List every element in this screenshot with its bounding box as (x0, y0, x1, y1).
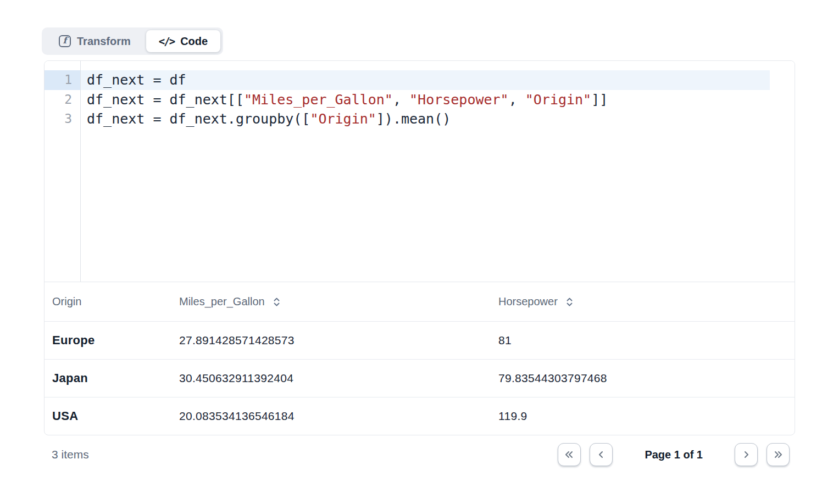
code-token-string: "Origin" (525, 92, 591, 108)
cell-miles-per-gallon: 27.891428571428573 (179, 322, 498, 360)
table-body: Europe27.89142857142857381Japan30.450632… (45, 322, 795, 435)
code-token: ]] (591, 92, 608, 108)
cell-horsepower: 81 (498, 322, 795, 360)
code-lines[interactable]: df_next = dfdf_next = df_next[["Miles_pe… (81, 61, 795, 282)
column-header-miles_per_gallon[interactable]: Miles_per_Gallon (179, 282, 498, 322)
chevron-left-icon (596, 449, 607, 460)
table-header-row: OriginMiles_per_GallonHorsepower (45, 282, 795, 322)
sort-icon[interactable] (565, 296, 574, 307)
view-switcher: f Transform </> Code (42, 27, 223, 55)
table-row: Japan30.45063291139240479.83544303797468 (45, 360, 795, 397)
column-header-label: Horsepower (498, 295, 558, 308)
function-icon: f (59, 35, 71, 47)
code-and-results-panel: 123 df_next = dfdf_next = df_next[["Mile… (44, 60, 795, 435)
code-editor[interactable]: 123 df_next = dfdf_next = df_next[["Mile… (45, 61, 795, 282)
code-token-string: "Horsepower" (409, 92, 509, 108)
first-page-button[interactable] (558, 443, 581, 466)
code-token-string: "Origin" (310, 111, 376, 127)
column-header-horsepower[interactable]: Horsepower (498, 282, 795, 322)
cell-miles-per-gallon: 20.083534136546184 (179, 397, 498, 435)
tab-code-label: Code (180, 35, 208, 48)
tab-transform[interactable]: f Transform (45, 30, 145, 52)
line-number: 1 (45, 70, 80, 90)
code-token: , (393, 92, 409, 108)
results-table: OriginMiles_per_GallonHorsepower Europe2… (45, 282, 795, 435)
line-number: 2 (45, 90, 80, 110)
table-row: USA20.083534136546184119.9 (45, 397, 795, 435)
last-page-button[interactable] (767, 443, 790, 466)
cell-origin: USA (45, 397, 179, 435)
code-line[interactable]: df_next = df (81, 70, 770, 90)
column-header-label: Origin (52, 295, 81, 308)
code-line[interactable]: df_next = df_next.groupby(["Origin"]).me… (81, 109, 770, 129)
column-header-origin: Origin (45, 282, 179, 322)
double-chevron-left-icon (563, 449, 575, 460)
code-token: ]).mean() (376, 111, 451, 127)
code-token: df_next = df_next[[ (87, 92, 244, 108)
items-count: 3 items (52, 448, 89, 461)
sort-icon[interactable] (273, 296, 281, 307)
cell-origin: Japan (45, 360, 179, 397)
previous-page-button[interactable] (590, 443, 613, 466)
chevron-right-icon (741, 449, 752, 460)
cell-horsepower: 79.83544303797468 (498, 360, 795, 397)
tab-code[interactable]: </> Code (146, 30, 220, 52)
code-token: , (509, 92, 525, 108)
code-icon: </> (159, 35, 174, 47)
cell-origin: Europe (45, 322, 179, 360)
code-gutter: 123 (45, 61, 81, 282)
cell-horsepower: 119.9 (498, 397, 795, 435)
code-token: df_next = df_next.groupby([ (87, 111, 310, 127)
next-page-button[interactable] (735, 443, 758, 466)
table-footer: 3 items Page 1 of 1 (44, 434, 795, 475)
cell-miles-per-gallon: 30.450632911392404 (179, 360, 498, 397)
code-token-string: "Miles_per_Gallon" (244, 92, 393, 108)
code-line[interactable]: df_next = df_next[["Miles_per_Gallon", "… (81, 90, 770, 110)
page-indicator: Page 1 of 1 (645, 449, 703, 461)
tab-transform-label: Transform (77, 35, 131, 48)
double-chevron-right-icon (772, 449, 784, 460)
pagination: Page 1 of 1 (558, 443, 790, 466)
code-token: df_next = df (87, 72, 186, 88)
table-row: Europe27.89142857142857381 (45, 322, 795, 360)
line-number: 3 (45, 109, 80, 129)
column-header-label: Miles_per_Gallon (179, 295, 265, 308)
